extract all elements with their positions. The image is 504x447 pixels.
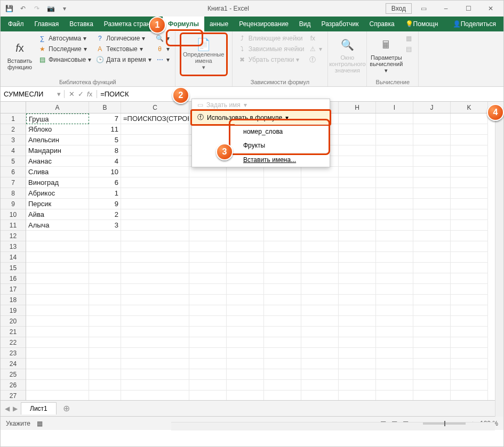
cell[interactable] (264, 209, 301, 220)
cell[interactable] (26, 231, 89, 241)
sheet-nav-prev[interactable]: ◀ (5, 405, 10, 412)
cell[interactable] (376, 252, 413, 263)
cell[interactable] (189, 359, 227, 369)
datetime-button[interactable]: 🕒Дата и время ▾ (94, 55, 152, 64)
cell[interactable] (376, 124, 413, 135)
financial-button[interactable]: ▤Финансовые ▾ (37, 55, 92, 64)
cell[interactable] (413, 145, 451, 156)
name-item-1[interactable]: номер_слова (235, 125, 330, 139)
cell[interactable]: Слива (26, 167, 89, 177)
undo-icon[interactable]: ↶ (17, 2, 29, 15)
cell[interactable] (339, 359, 376, 369)
cell[interactable] (376, 113, 413, 124)
cell[interactable]: Апельсин (26, 135, 89, 145)
row-header[interactable]: 26 (1, 380, 26, 391)
cell[interactable] (376, 177, 413, 188)
cell[interactable]: Абрикос (26, 188, 89, 199)
cell[interactable] (121, 231, 189, 241)
formula-input[interactable]: =ПОИСК (97, 90, 503, 98)
cell[interactable] (264, 327, 301, 337)
cell[interactable] (264, 316, 301, 327)
paste-names-item[interactable]: Вставить имена... (235, 152, 330, 167)
cell[interactable] (89, 359, 121, 369)
row-header[interactable]: 16 (1, 273, 26, 284)
cell[interactable] (301, 241, 339, 252)
row-header[interactable]: 13 (1, 241, 26, 252)
cell[interactable] (264, 273, 301, 284)
cell[interactable] (264, 305, 301, 316)
cell[interactable] (451, 241, 488, 252)
cell[interactable] (26, 305, 89, 316)
cell[interactable] (301, 316, 339, 327)
cell[interactable] (376, 284, 413, 295)
cell[interactable] (451, 263, 488, 273)
cell[interactable] (413, 369, 451, 380)
cell[interactable] (26, 252, 89, 263)
cell[interactable] (89, 316, 121, 327)
cell[interactable] (413, 252, 451, 263)
cell[interactable] (121, 273, 189, 284)
cell[interactable] (376, 145, 413, 156)
cell[interactable] (413, 337, 451, 348)
cell[interactable] (451, 295, 488, 305)
cell[interactable] (121, 252, 189, 263)
cell[interactable] (189, 337, 227, 348)
col-header[interactable]: A (26, 102, 89, 113)
cell[interactable] (227, 220, 264, 231)
cell[interactable] (301, 167, 339, 177)
cell[interactable] (301, 209, 339, 220)
cell[interactable] (376, 199, 413, 209)
cell[interactable] (121, 348, 189, 359)
cell[interactable] (264, 391, 301, 400)
cell[interactable] (89, 295, 121, 305)
cell[interactable] (301, 348, 339, 359)
cell[interactable] (189, 177, 227, 188)
calc-options-button[interactable]: 🖩 Параметры вычислений ▾ (371, 34, 401, 76)
cell[interactable] (339, 380, 376, 391)
cell[interactable] (227, 263, 264, 273)
cell[interactable] (376, 156, 413, 167)
cell[interactable] (339, 273, 376, 284)
autosum-button[interactable]: ∑Автосумма ▾ (37, 34, 92, 43)
cell[interactable] (301, 391, 339, 400)
cell[interactable] (451, 380, 488, 391)
cell[interactable] (89, 391, 121, 400)
cell[interactable] (121, 177, 189, 188)
cell[interactable] (26, 284, 89, 295)
sheet-nav-next[interactable]: ▶ (13, 405, 18, 412)
use-in-formula-item[interactable]: ⓕИспользовать в формуле ▾ (190, 109, 331, 126)
cell[interactable] (121, 124, 189, 135)
cell[interactable]: Груша (26, 113, 89, 124)
cell[interactable] (301, 273, 339, 284)
cell[interactable] (413, 177, 451, 188)
cell[interactable] (26, 316, 89, 327)
cell[interactable] (413, 167, 451, 177)
cell[interactable] (89, 284, 121, 295)
cell[interactable] (339, 337, 376, 348)
cell[interactable] (227, 241, 264, 252)
tab-file[interactable]: Файл (3, 17, 29, 31)
cell[interactable] (451, 252, 488, 263)
row-header[interactable]: 2 (1, 124, 26, 135)
cell[interactable] (121, 305, 189, 316)
cell[interactable] (413, 135, 451, 145)
cell[interactable] (26, 380, 89, 391)
cell[interactable] (121, 391, 189, 400)
cell[interactable] (339, 305, 376, 316)
cell[interactable] (451, 145, 488, 156)
cell[interactable] (376, 209, 413, 220)
cell[interactable] (339, 113, 376, 124)
col-header[interactable]: I (376, 102, 413, 113)
cell[interactable] (413, 391, 451, 400)
cell[interactable] (227, 284, 264, 295)
cell[interactable] (189, 273, 227, 284)
cell[interactable] (264, 167, 301, 177)
cell[interactable] (227, 327, 264, 337)
minimize-icon[interactable]: – (435, 1, 457, 16)
cell[interactable] (451, 359, 488, 369)
cell[interactable] (121, 241, 189, 252)
login-button[interactable]: Вход (386, 3, 412, 14)
cell[interactable] (376, 220, 413, 231)
cell[interactable] (189, 316, 227, 327)
cell[interactable] (339, 220, 376, 231)
